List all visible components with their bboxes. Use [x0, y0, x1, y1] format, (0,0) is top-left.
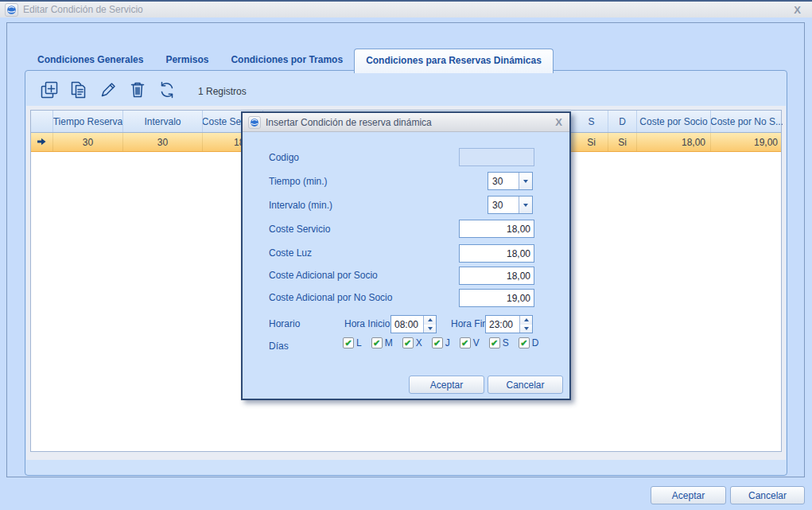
day-label: L	[356, 337, 362, 348]
check-icon: ✔	[433, 338, 441, 347]
hora-fin-label: Hora Fin	[451, 318, 488, 329]
column-header-tiempo-reserva[interactable]: Tiempo Reserva	[53, 111, 123, 132]
column-header-intervalo[interactable]: Intervalo	[123, 111, 203, 132]
coste-adicional-no-socio-field[interactable]	[459, 289, 534, 307]
hora-fin-spinner[interactable]: 23:00	[485, 315, 533, 333]
app-logo-icon	[5, 3, 18, 17]
column-header-s[interactable]: S	[575, 111, 608, 132]
refresh-button[interactable]	[156, 80, 178, 103]
day-checkbox-j[interactable]: ✔	[432, 337, 443, 348]
coste-adicional-socio-field[interactable]	[459, 267, 534, 285]
spin-down-icon[interactable]	[520, 325, 532, 333]
coste-servicio-label: Coste Servicio	[269, 224, 330, 235]
hora-fin-spin-buttons[interactable]	[519, 316, 532, 333]
cell-intervalo: 30	[123, 133, 203, 151]
day-checkbox-x[interactable]: ✔	[402, 337, 414, 348]
day-checkbox-d[interactable]: ✔	[519, 337, 530, 348]
horario-label: Horario	[269, 318, 300, 329]
intervalo-label: Intervalo (min.)	[269, 200, 332, 211]
coste-luz-label: Coste Luz	[269, 247, 312, 259]
hora-fin-value: 23:00	[486, 316, 519, 333]
coste-servicio-field[interactable]	[459, 220, 534, 238]
edit-service-condition-window: Editar Condición de Servicio X Condicion…	[0, 0, 812, 510]
check-icon: ✔	[491, 338, 498, 347]
modal-titlebar: Insertar Condición de reserva dinámica X	[243, 113, 569, 132]
day-label: J	[445, 337, 450, 348]
day-tuesday: ✔ M	[371, 337, 393, 348]
day-friday: ✔ V	[460, 337, 480, 348]
edit-icon	[98, 80, 118, 103]
intervalo-select[interactable]: 30	[488, 196, 533, 214]
cell-coste-por-socio: 18,00	[637, 133, 711, 151]
check-icon: ✔	[461, 338, 468, 347]
copy-record-button[interactable]	[68, 80, 90, 103]
edit-record-button[interactable]	[97, 80, 119, 103]
day-checkbox-s[interactable]: ✔	[489, 337, 500, 348]
chevron-down-icon	[523, 204, 528, 207]
tiempo-value: 30	[488, 173, 519, 189]
day-thursday: ✔ J	[432, 337, 450, 348]
row-marker-arrow-icon	[37, 137, 46, 148]
insert-condition-modal: Insertar Condición de reserva dinámica X…	[241, 111, 571, 400]
dialog-accept-button[interactable]: Aceptar	[651, 486, 726, 504]
window-close-icon[interactable]: X	[787, 4, 807, 16]
dialog-cancel-button[interactable]: Cancelar	[730, 486, 805, 504]
hora-inicio-spinner[interactable]: 08:00	[390, 315, 437, 333]
modal-app-logo-icon	[248, 116, 261, 129]
spin-down-icon[interactable]	[424, 325, 436, 333]
tab-condiciones-reservas-dinamicas[interactable]: Condiciones para Reservas Dinámicas	[354, 49, 554, 73]
check-icon: ✔	[344, 338, 352, 347]
spin-up-icon[interactable]	[424, 316, 436, 325]
modal-accept-button[interactable]: Aceptar	[409, 376, 484, 394]
tab-permisos[interactable]: Permisos	[154, 54, 220, 72]
modal-cancel-button[interactable]: Cancelar	[488, 376, 563, 394]
day-label: S	[503, 337, 509, 348]
window-titlebar: Editar Condición de Servicio X	[0, 0, 812, 18]
modal-close-icon[interactable]: X	[554, 116, 564, 128]
cell-d: Si	[608, 133, 637, 151]
column-header-coste-por-socio[interactable]: Coste por Socio	[637, 111, 711, 132]
refresh-icon	[157, 80, 177, 103]
codigo-label: Codigo	[269, 152, 299, 163]
intervalo-dropdown-button[interactable]	[519, 197, 532, 213]
tiempo-dropdown-button[interactable]	[519, 173, 532, 189]
hora-inicio-spin-buttons[interactable]	[423, 316, 436, 333]
modal-body: Codigo Tiempo (min.) 30 Intervalo (min.)…	[243, 132, 569, 399]
check-icon: ✔	[520, 338, 527, 347]
spin-up-icon[interactable]	[520, 316, 532, 325]
coste-adicional-socio-label: Coste Adicional por Socio	[269, 270, 378, 281]
check-icon: ✔	[373, 338, 380, 347]
tiempo-select[interactable]: 30	[488, 172, 533, 190]
day-checkbox-m[interactable]: ✔	[371, 337, 383, 348]
coste-luz-field[interactable]	[459, 244, 534, 263]
hora-inicio-value: 08:00	[391, 316, 423, 333]
day-label: V	[473, 337, 480, 348]
chevron-down-icon	[523, 180, 528, 183]
intervalo-value: 30	[488, 197, 519, 213]
day-label: X	[416, 337, 422, 348]
delete-icon	[127, 80, 148, 103]
day-sunday: ✔ D	[519, 337, 539, 348]
column-header-d[interactable]: D	[608, 111, 637, 132]
day-checkbox-v[interactable]: ✔	[460, 337, 471, 348]
cell-tiempo-reserva: 30	[53, 133, 123, 151]
check-icon: ✔	[404, 338, 411, 347]
days-checkbox-row: ✔ L ✔ M ✔ X ✔ J ✔ V	[343, 337, 548, 348]
day-label: D	[532, 337, 539, 348]
tab-condiciones-por-tramos[interactable]: Condiciones por Tramos	[220, 54, 354, 72]
record-count-label: 1 Registros	[198, 86, 247, 97]
add-icon	[39, 80, 60, 103]
cell-coste-por-no-socio: 19,00	[711, 133, 783, 151]
hora-inicio-label: Hora Inicio	[344, 318, 390, 329]
delete-record-button[interactable]	[126, 80, 149, 103]
add-record-button[interactable]	[38, 80, 60, 103]
coste-adicional-no-socio-label: Coste Adicional por No Socio	[269, 292, 392, 303]
column-header-coste-por-no-socio[interactable]: Coste por No S...	[711, 111, 783, 132]
day-checkbox-l[interactable]: ✔	[343, 337, 354, 348]
column-header-row-marker	[31, 111, 53, 132]
cell-s: Si	[575, 133, 608, 151]
copy-icon	[68, 80, 89, 103]
tab-condiciones-generales[interactable]: Condiciones Generales	[26, 54, 154, 72]
tab-bar: Condiciones Generales Permisos Condicion…	[26, 46, 554, 72]
codigo-field	[459, 148, 534, 166]
